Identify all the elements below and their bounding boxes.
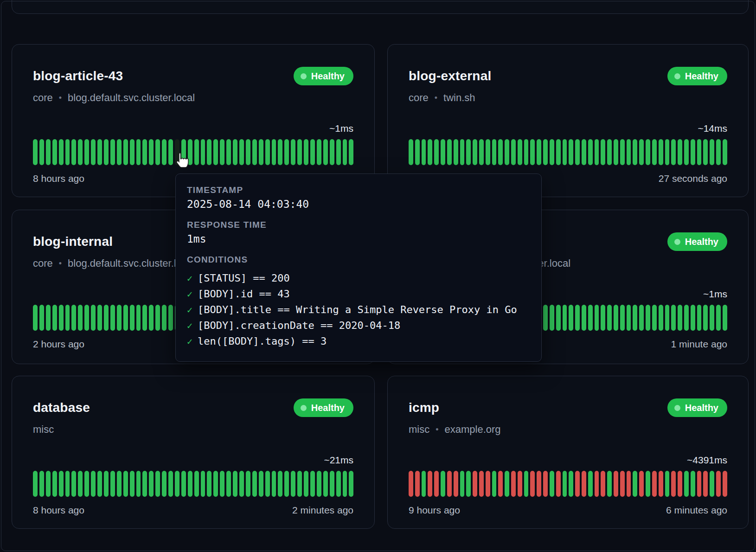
status-bar[interactable] bbox=[627, 471, 631, 497]
status-bar[interactable] bbox=[52, 139, 57, 165]
status-bar[interactable] bbox=[149, 139, 154, 165]
status-bar[interactable] bbox=[323, 139, 328, 165]
status-bar[interactable] bbox=[659, 305, 663, 331]
status-bar[interactable] bbox=[486, 471, 490, 497]
status-bar[interactable] bbox=[71, 471, 76, 497]
status-bar[interactable] bbox=[601, 471, 605, 497]
status-bar[interactable] bbox=[697, 471, 702, 497]
status-bar[interactable] bbox=[607, 471, 612, 497]
status-bar[interactable] bbox=[447, 139, 452, 165]
status-bar[interactable] bbox=[479, 471, 484, 497]
status-bar[interactable] bbox=[556, 305, 561, 331]
status-bar[interactable] bbox=[201, 139, 205, 165]
status-bar[interactable] bbox=[343, 471, 347, 497]
status-bar[interactable] bbox=[498, 139, 503, 165]
status-bar[interactable] bbox=[59, 471, 64, 497]
status-bar[interactable] bbox=[633, 139, 637, 165]
status-bar[interactable] bbox=[543, 471, 548, 497]
status-bar[interactable] bbox=[291, 471, 295, 497]
status-bar[interactable] bbox=[607, 305, 612, 331]
status-bar[interactable] bbox=[233, 139, 237, 165]
status-bar[interactable] bbox=[181, 471, 186, 497]
status-bar[interactable] bbox=[665, 139, 670, 165]
status-bar[interactable] bbox=[220, 139, 224, 165]
status-bar[interactable] bbox=[65, 471, 70, 497]
status-bar[interactable] bbox=[142, 305, 147, 331]
status-bar[interactable] bbox=[155, 139, 160, 165]
status-bar[interactable] bbox=[524, 139, 529, 165]
status-bar[interactable] bbox=[265, 139, 270, 165]
service-card-icmp[interactable]: icmp Healthy misc • example.org ~4391ms … bbox=[387, 376, 749, 529]
status-bar[interactable] bbox=[272, 139, 276, 165]
status-bar[interactable] bbox=[162, 471, 167, 497]
status-bar[interactable] bbox=[582, 305, 586, 331]
status-bar[interactable] bbox=[226, 471, 231, 497]
status-bar[interactable] bbox=[678, 471, 682, 497]
status-bar[interactable] bbox=[505, 471, 509, 497]
status-bar[interactable] bbox=[441, 471, 445, 497]
status-bar[interactable] bbox=[723, 139, 727, 165]
status-bar[interactable] bbox=[620, 139, 625, 165]
status-bar[interactable] bbox=[639, 139, 644, 165]
status-bar[interactable] bbox=[78, 471, 83, 497]
status-bar[interactable] bbox=[723, 305, 727, 331]
status-bar[interactable] bbox=[537, 139, 541, 165]
status-bar[interactable] bbox=[569, 471, 573, 497]
status-bar[interactable] bbox=[65, 139, 70, 165]
status-bar[interactable] bbox=[162, 139, 167, 165]
status-bar[interactable] bbox=[336, 471, 341, 497]
status-bar[interactable] bbox=[466, 471, 471, 497]
status-bar[interactable] bbox=[104, 139, 109, 165]
status-bar[interactable] bbox=[601, 305, 605, 331]
status-bar[interactable] bbox=[473, 471, 477, 497]
status-bar[interactable] bbox=[716, 139, 721, 165]
status-bar[interactable] bbox=[422, 139, 426, 165]
status-bar[interactable] bbox=[697, 305, 702, 331]
status-bar[interactable] bbox=[310, 471, 315, 497]
status-bar[interactable] bbox=[563, 471, 567, 497]
status-bar[interactable] bbox=[518, 139, 522, 165]
status-bar[interactable] bbox=[123, 305, 128, 331]
status-bar[interactable] bbox=[278, 471, 282, 497]
status-bar[interactable] bbox=[194, 471, 199, 497]
status-bar[interactable] bbox=[633, 471, 637, 497]
status-bar[interactable] bbox=[130, 471, 135, 497]
status-bar[interactable] bbox=[123, 471, 128, 497]
status-bar[interactable] bbox=[136, 471, 141, 497]
status-bar[interactable] bbox=[716, 471, 721, 497]
status-bar[interactable] bbox=[524, 471, 529, 497]
status-bar[interactable] bbox=[310, 139, 315, 165]
status-bar[interactable] bbox=[652, 471, 657, 497]
status-bar[interactable] bbox=[505, 139, 509, 165]
status-bar[interactable] bbox=[233, 471, 237, 497]
status-bar[interactable] bbox=[213, 139, 218, 165]
status-bar[interactable] bbox=[716, 305, 721, 331]
status-bar[interactable] bbox=[582, 471, 586, 497]
status-bar[interactable] bbox=[33, 471, 38, 497]
status-bar[interactable] bbox=[556, 471, 561, 497]
status-bar[interactable] bbox=[71, 305, 76, 331]
status-bar[interactable] bbox=[479, 139, 484, 165]
status-bar[interactable] bbox=[582, 139, 586, 165]
status-bar[interactable] bbox=[543, 305, 548, 331]
status-bar[interactable] bbox=[336, 139, 341, 165]
status-bar[interactable] bbox=[639, 305, 644, 331]
status-bar[interactable] bbox=[595, 471, 599, 497]
status-bar[interactable] bbox=[415, 139, 420, 165]
status-bar[interactable] bbox=[691, 139, 695, 165]
status-bar[interactable] bbox=[297, 471, 302, 497]
status-bar[interactable] bbox=[349, 139, 353, 165]
status-bar[interactable] bbox=[84, 305, 89, 331]
status-bar[interactable] bbox=[265, 471, 270, 497]
status-bar[interactable] bbox=[684, 471, 689, 497]
status-bar[interactable] bbox=[71, 139, 76, 165]
status-bar[interactable] bbox=[607, 139, 612, 165]
status-bar[interactable] bbox=[678, 305, 682, 331]
status-bar[interactable] bbox=[213, 471, 218, 497]
status-bar[interactable] bbox=[665, 471, 670, 497]
service-card-database[interactable]: database Healthy misc ~21ms 8 hours ago … bbox=[12, 376, 375, 529]
status-bar[interactable] bbox=[473, 139, 477, 165]
status-bar[interactable] bbox=[639, 471, 644, 497]
status-bar[interactable] bbox=[530, 471, 535, 497]
status-bar[interactable] bbox=[330, 471, 334, 497]
